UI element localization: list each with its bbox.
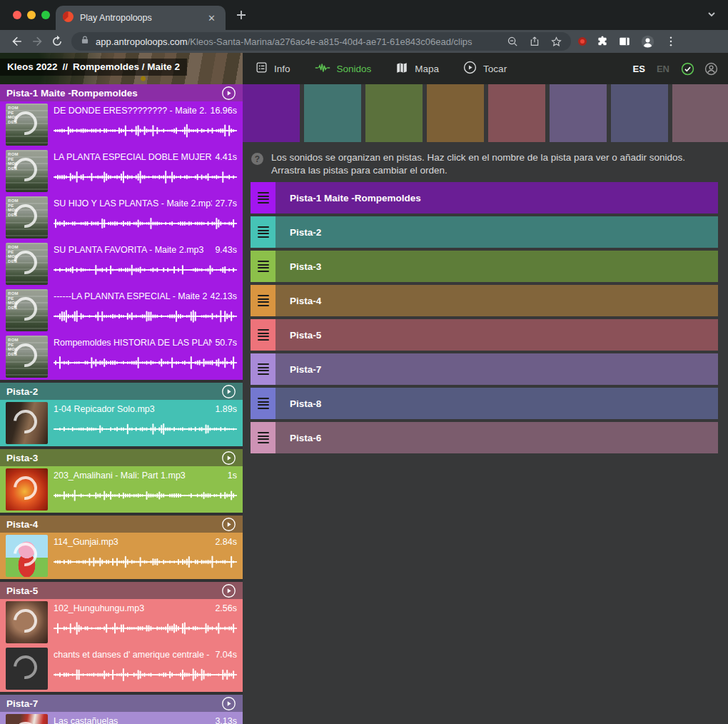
play-track-icon[interactable]: [221, 384, 236, 399]
tab-search-chevron-icon[interactable]: [707, 9, 717, 22]
nav-item-tocar[interactable]: Tocar: [463, 61, 507, 76]
track-section-header[interactable]: Pista-7: [0, 695, 243, 712]
track-section-header[interactable]: Pista-5: [0, 582, 243, 599]
play-track-icon[interactable]: [221, 696, 236, 711]
track-label: Pista-2: [290, 227, 321, 238]
clip-info: 1-04 Repicador Solo.mp31.89s: [54, 403, 237, 416]
track-color-swatch[interactable]: [488, 84, 545, 142]
breadcrumb-project: Kleos 2022: [7, 61, 58, 72]
track-color-swatch[interactable]: [365, 84, 423, 142]
track-color-swatch[interactable]: [611, 84, 668, 142]
clip-row[interactable]: ROMPEMOLDESDE DONDE ERES???????? - Maite…: [0, 101, 243, 148]
nav-item-sonidos[interactable]: Sonidos: [315, 62, 372, 76]
track-color-swatch[interactable]: [672, 84, 728, 142]
track-name-bar[interactable]: Pista-6: [275, 422, 718, 453]
address-bar[interactable]: app.antropoloops.com/Kleos-Santa-Marina/…: [71, 32, 571, 51]
drag-handle[interactable]: [251, 319, 275, 351]
lang-es-button[interactable]: ES: [633, 64, 645, 74]
clip-duration: 27.7s: [215, 197, 237, 210]
play-track-icon[interactable]: [221, 451, 236, 466]
track-row[interactable]: Pista-8: [251, 388, 718, 419]
clip-row[interactable]: ROMPEMOLDES------LA PLANNTA ESPECIAL - M…: [0, 287, 243, 333]
forward-icon[interactable]: [27, 34, 47, 49]
track-color-swatch[interactable]: [427, 84, 484, 142]
drag-handle[interactable]: [251, 251, 275, 282]
clip-row[interactable]: 203_Amalihani - Mali: Part 1.mp31s: [0, 466, 243, 513]
clip-row[interactable]: chants et danses d' amerique centrale - …: [0, 645, 243, 692]
track-section-header[interactable]: Pista-4: [0, 516, 243, 533]
track-row[interactable]: Pista-7: [251, 353, 718, 385]
loading-arc-icon: [9, 604, 41, 637]
track-clip-list: 203_Amalihani - Mali: Part 1.mp31s: [0, 466, 243, 513]
new-tab-button[interactable]: [236, 9, 247, 24]
track-name-bar[interactable]: Pista-7: [275, 353, 718, 385]
lang-en-button[interactable]: EN: [657, 64, 669, 74]
browser-menu-icon[interactable]: [664, 35, 677, 48]
track-row[interactable]: Pista-3: [251, 251, 718, 282]
saved-check-icon[interactable]: [681, 62, 694, 76]
lock-icon[interactable]: [80, 35, 90, 48]
track-row[interactable]: Pista-6: [251, 422, 718, 453]
nav-item-mapa[interactable]: Mapa: [395, 61, 439, 76]
track-name-bar[interactable]: Pista-8: [275, 388, 718, 419]
help-text: Los sonidos se organizan en pistas. Haz …: [271, 151, 710, 177]
track-name-bar[interactable]: Pista-5: [275, 319, 718, 351]
drag-handle[interactable]: [251, 353, 275, 385]
drag-handle[interactable]: [251, 388, 275, 419]
clip-body: DE DONDE ERES???????? - Maite 2.mp316.96…: [54, 104, 237, 148]
track-color-swatch[interactable]: [550, 84, 607, 142]
zoom-window-button[interactable]: [41, 11, 50, 19]
map-icon: [395, 61, 408, 76]
clip-row[interactable]: 114_Gunjai.mp32.84s: [0, 533, 243, 579]
side-panel-icon[interactable]: [618, 35, 631, 48]
record-extension-icon[interactable]: [578, 37, 587, 46]
extensions-puzzle-icon[interactable]: [596, 35, 609, 48]
track-label: Pista-1 Maite -Rompemoldes: [290, 193, 421, 203]
track-row[interactable]: Pista-1 Maite -Rompemoldes: [251, 182, 718, 213]
track-row[interactable]: Pista-2: [251, 216, 718, 248]
url-text[interactable]: app.antropoloops.com/Kleos-Santa-Marina/…: [96, 36, 472, 47]
profile-avatar[interactable]: [640, 34, 655, 49]
track-name-bar[interactable]: Pista-4: [275, 285, 718, 316]
clip-row[interactable]: ROMPEMOLDESSU HIJO Y LAS PLANTAS - Maite…: [0, 194, 243, 241]
clip-row[interactable]: 102_Hunguhungu.mp32.56s: [0, 599, 243, 645]
track-section-name: Pista-5: [6, 585, 38, 596]
drag-handle[interactable]: [251, 182, 275, 213]
bookmark-star-icon[interactable]: [550, 36, 562, 48]
track-name-bar[interactable]: Pista-1 Maite -Rompemoldes: [275, 182, 718, 213]
drag-handle[interactable]: [251, 285, 275, 316]
clip-info: SU PLANTA FAVORITA - Maite 2.mp39.43s: [54, 243, 237, 256]
browser-tab[interactable]: Play Antropoloops ✕: [56, 6, 226, 30]
zoom-page-icon[interactable]: [507, 36, 519, 48]
share-icon[interactable]: [529, 36, 540, 47]
clip-row[interactable]: 1-04 Repicador Solo.mp31.89s: [0, 400, 243, 446]
track-color-swatch[interactable]: [304, 84, 361, 142]
track-section-header[interactable]: Pista-2: [0, 383, 243, 400]
clip-row[interactable]: ROMPEMOLDESLA PLANTA ESPECIAL DOBLE MUJE…: [0, 148, 243, 194]
track-row[interactable]: Pista-4: [251, 285, 718, 316]
loading-arc-icon: [9, 471, 41, 504]
track-section-header[interactable]: Pista-1 Maite -Rompemoldes: [0, 84, 243, 101]
track-section-header[interactable]: Pista-3: [0, 449, 243, 466]
account-icon[interactable]: [704, 62, 718, 76]
reload-icon[interactable]: [47, 35, 67, 48]
play-track-icon[interactable]: [221, 86, 236, 101]
clip-row[interactable]: ROMPEMOLDESRompemoldes HISTORIA DE LAS P…: [0, 333, 243, 380]
clip-row[interactable]: Las castañuelas3.13s: [0, 712, 243, 724]
track-row[interactable]: Pista-5: [251, 319, 718, 351]
track-color-swatch[interactable]: [243, 84, 300, 142]
back-icon[interactable]: [7, 34, 27, 49]
play-track-icon[interactable]: [221, 517, 236, 532]
track-section: Pista-3203_Amalihani - Mali: Part 1.mp31…: [0, 449, 243, 513]
track-name-bar[interactable]: Pista-2: [275, 216, 718, 248]
help-question-icon[interactable]: ?: [251, 153, 263, 165]
drag-handle[interactable]: [251, 216, 275, 248]
nav-item-info[interactable]: Info: [256, 61, 290, 76]
minimize-window-button[interactable]: [27, 11, 36, 19]
clip-row[interactable]: ROMPEMOLDESSU PLANTA FAVORITA - Maite 2.…: [0, 241, 243, 287]
track-name-bar[interactable]: Pista-3: [275, 251, 718, 282]
drag-handle[interactable]: [251, 422, 275, 453]
tab-close-icon[interactable]: ✕: [205, 11, 218, 25]
close-window-button[interactable]: [13, 11, 21, 19]
play-track-icon[interactable]: [221, 583, 236, 598]
